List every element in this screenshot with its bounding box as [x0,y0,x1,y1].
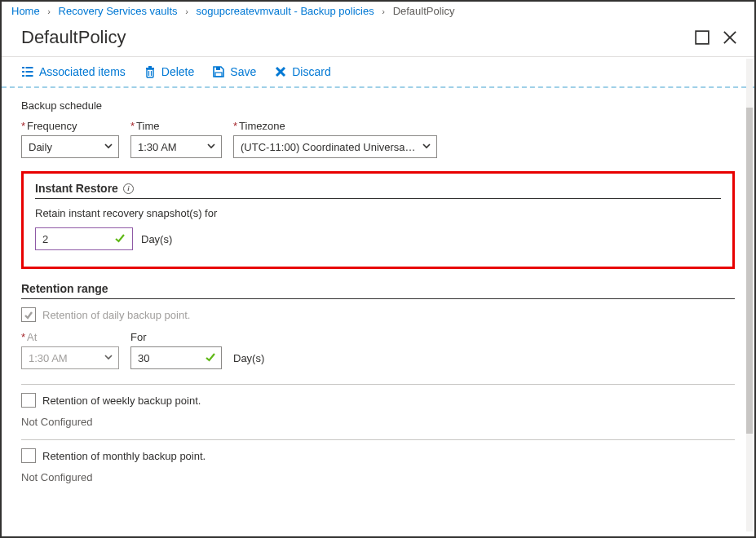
retention-range-heading: Retention range [21,282,735,299]
restore-window-icon [694,29,710,46]
save-button[interactable]: Save [212,65,256,78]
weekly-retention-label: Retention of weekly backup point. [42,395,201,407]
crumb-recovery-vaults[interactable]: Recovery Services vaults [59,5,178,17]
close-icon [722,29,738,46]
checkmark-icon [114,232,126,246]
chevron-down-icon [104,352,113,364]
svg-rect-7 [22,75,24,77]
instant-restore-heading: Instant Restore i [35,182,721,199]
for-days-input[interactable]: 30 [130,346,222,369]
scrollbar-thumb[interactable] [746,108,753,434]
trash-icon [144,65,157,78]
chevron-down-icon [206,141,216,153]
svg-rect-10 [148,66,152,68]
associated-items-label: Associated items [39,65,126,78]
associated-items-button[interactable]: Associated items [21,65,126,78]
command-bar: Associated items Delete Save Discard [2,57,754,88]
checkmark-icon [205,351,216,365]
monthly-retention-checkbox[interactable] [21,448,36,463]
instant-restore-highlight: Instant Restore i Retain instant recover… [21,171,735,269]
for-days-suffix: Day(s) [233,352,264,364]
time-label: *Time [130,120,222,132]
scrollbar[interactable] [746,59,753,531]
info-icon[interactable]: i [123,183,134,194]
save-icon [212,65,225,78]
crumb-vault-policies[interactable]: sogupcreatevmvault - Backup policies [196,5,374,17]
for-label: For [130,331,222,343]
crumb-home[interactable]: Home [11,5,40,17]
discard-button[interactable]: Discard [274,65,330,78]
backup-schedule-label: Backup schedule [21,99,735,112]
svg-rect-4 [26,67,33,68]
time-select[interactable]: 1:30 AM [130,135,222,158]
crumb-current: DefaultPolicy [393,5,455,17]
delete-label: Delete [161,65,194,78]
svg-rect-6 [26,71,33,73]
page-title: DefaultPolicy [21,27,683,48]
close-button[interactable] [722,29,738,46]
svg-rect-0 [696,31,709,44]
at-time-select: 1:30 AM [21,346,119,369]
daily-retention-checkbox[interactable] [21,307,36,322]
discard-label: Discard [292,65,330,78]
chevron-right-icon: › [185,7,188,16]
instant-restore-retain-label: Retain instant recovery snapshot(s) for [35,207,721,219]
daily-retention-label: Retention of daily backup point. [42,309,190,321]
svg-rect-5 [22,71,24,73]
instant-restore-days-suffix: Day(s) [141,233,172,245]
save-label: Save [230,65,256,78]
svg-rect-13 [216,67,220,70]
weekly-retention-checkbox[interactable] [21,393,36,408]
monthly-retention-status: Not Configured [21,471,735,483]
timezone-label: *Timezone [233,120,437,132]
chevron-down-icon [422,141,431,153]
at-label: *At [21,331,119,343]
discard-icon [274,65,287,78]
restore-down-button[interactable] [694,29,710,46]
instant-restore-days-input[interactable]: 2 [35,227,133,250]
svg-rect-3 [22,67,24,68]
frequency-label: *Frequency [21,120,119,132]
chevron-right-icon: › [382,7,385,16]
delete-button[interactable]: Delete [144,65,194,78]
chevron-down-icon [104,141,113,153]
timezone-select[interactable]: (UTC-11:00) Coordinated Universal ... [233,135,437,158]
weekly-retention-status: Not Configured [21,416,735,428]
frequency-select[interactable]: Daily [21,135,119,158]
breadcrumb: Home › Recovery Services vaults › sogupc… [2,2,754,22]
monthly-retention-label: Retention of monthly backup point. [42,450,206,462]
chevron-right-icon: › [47,7,51,16]
svg-rect-8 [26,75,33,77]
list-icon [21,65,34,78]
checkmark-icon [24,310,33,320]
